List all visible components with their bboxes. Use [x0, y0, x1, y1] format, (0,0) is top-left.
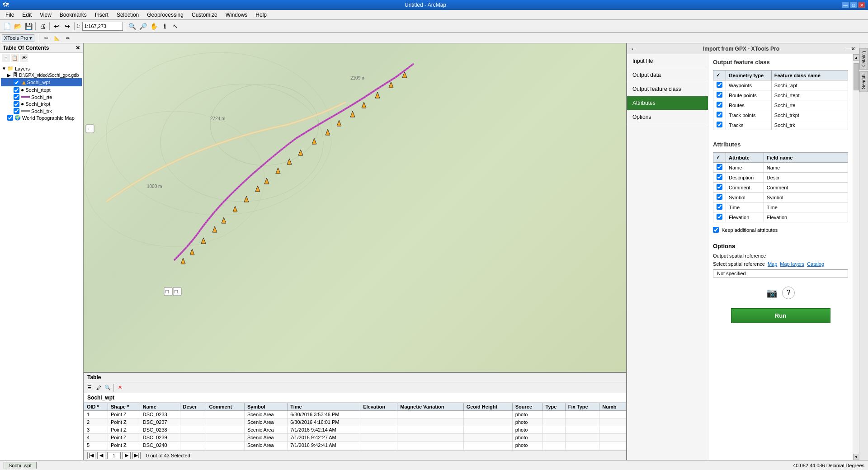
- table-zoom-btn[interactable]: 🔍: [104, 384, 112, 392]
- table-row[interactable]: 2 Point Z DSC_0237 Scenic Area 6/30/2016…: [84, 418, 626, 426]
- menu-item-geoprocessing[interactable]: Geoprocessing: [143, 11, 187, 19]
- spatial-ref-catalog-link[interactable]: Catalog: [807, 261, 824, 267]
- camera-button[interactable]: 📷: [766, 287, 778, 298]
- ofc-check-0[interactable]: [717, 82, 722, 88]
- attr-field-4[interactable]: [764, 202, 848, 212]
- last-page-btn[interactable]: ▶|: [132, 452, 141, 459]
- nav-attributes[interactable]: Attributes: [627, 96, 708, 110]
- ofc-fcname-3[interactable]: [771, 110, 848, 120]
- attr-field-input-2[interactable]: [767, 185, 845, 190]
- zoom-in-button[interactable]: 🔍: [127, 21, 137, 31]
- page-input[interactable]: [107, 452, 121, 459]
- attr-field-3[interactable]: [764, 193, 848, 202]
- toc-db-item[interactable]: ▶ 🗄 D:\GPX_video\Sochi_gpx.gdb: [1, 72, 82, 78]
- keep-additional-checkbox[interactable]: [713, 227, 719, 233]
- attr-check-3[interactable]: [717, 194, 722, 200]
- identify-button[interactable]: ℹ: [160, 21, 170, 31]
- new-button[interactable]: 📄: [2, 21, 12, 31]
- menu-item-selection[interactable]: Selection: [113, 11, 142, 19]
- toc-layer-sochi-rtept[interactable]: ● Sochi_rtept: [1, 86, 82, 94]
- attr-check-0[interactable]: [717, 164, 722, 170]
- close-button[interactable]: ✕: [858, 2, 865, 8]
- first-page-btn[interactable]: |◀: [87, 452, 95, 459]
- attr-field-input-0[interactable]: [767, 165, 845, 170]
- table-grid[interactable]: OID * Shape * Name Descr Comment Symbol …: [84, 403, 626, 450]
- minimize-button[interactable]: —: [842, 2, 849, 8]
- prev-page-btn[interactable]: ◀: [97, 452, 105, 459]
- xtools-btn2[interactable]: 📐: [52, 33, 62, 43]
- spatial-ref-maplayers-link[interactable]: Map layers: [780, 261, 804, 267]
- col-shape[interactable]: Shape *: [108, 403, 140, 411]
- toc-close-btn[interactable]: ✕: [75, 45, 80, 51]
- toc-layers-root[interactable]: ▼ 📁 Layers: [1, 65, 82, 72]
- layer-tab-label[interactable]: Sochi_wpt: [4, 462, 37, 469]
- ofc-fcname-input-4[interactable]: [774, 122, 845, 128]
- menu-item-bookmarks[interactable]: Bookmarks: [56, 11, 90, 19]
- toc-layer-world-topo[interactable]: 🌍 World Topographic Map: [1, 114, 82, 121]
- run-button[interactable]: Run: [731, 308, 830, 323]
- attr-field-input-1[interactable]: [767, 175, 845, 180]
- back-arrow-icon[interactable]: ←: [631, 45, 637, 52]
- ofc-fcname-1[interactable]: [771, 90, 848, 100]
- not-specified-box[interactable]: Not specified: [713, 269, 848, 277]
- col-comment[interactable]: Comment: [206, 403, 245, 411]
- sochi-rtept-checkbox[interactable]: [14, 87, 19, 93]
- ofc-check-3[interactable]: [717, 112, 722, 118]
- attr-check-4[interactable]: [717, 204, 722, 210]
- toc-list-view-btn[interactable]: ≡: [2, 54, 10, 62]
- col-oid[interactable]: OID *: [84, 403, 108, 411]
- col-magnetic[interactable]: Magnetic Variation: [397, 403, 463, 411]
- layers-expand-icon[interactable]: ▼: [2, 66, 7, 71]
- table-row[interactable]: 5 Point Z DSC_0240 Scenic Area 7/1/2016 …: [84, 442, 626, 449]
- attr-field-5[interactable]: [764, 212, 848, 222]
- ofc-fcname-input-2[interactable]: [774, 103, 845, 108]
- attr-field-1[interactable]: [764, 173, 848, 183]
- table-row[interactable]: 1 Point Z DSC_0233 Scenic Area 6/30/2016…: [84, 411, 626, 418]
- nav-output-data[interactable]: Output data: [627, 68, 708, 82]
- ofc-fcname-0[interactable]: [771, 80, 848, 90]
- print-button[interactable]: 🖨: [38, 21, 47, 31]
- menu-item-windows[interactable]: Windows: [222, 11, 251, 19]
- ofc-check-2[interactable]: [717, 102, 722, 108]
- scroll-thumb[interactable]: [854, 63, 859, 90]
- sochi-rte-checkbox[interactable]: [14, 94, 19, 100]
- col-time[interactable]: Time: [288, 403, 360, 411]
- ofc-fcname-4[interactable]: [771, 120, 848, 130]
- xtools-btn1[interactable]: ✂: [41, 33, 51, 43]
- ofc-fcname-input-0[interactable]: [774, 83, 845, 88]
- col-descr[interactable]: Descr: [180, 403, 206, 411]
- table-select-btn[interactable]: 🖊: [94, 384, 103, 392]
- toc-layer-sochi-wpt[interactable]: ▲ Sochi_wpt: [1, 78, 82, 86]
- attr-field-2[interactable]: [764, 183, 848, 193]
- table-row[interactable]: 3 Point Z DSC_0238 Scenic Area 7/1/2016 …: [84, 426, 626, 434]
- next-page-btn[interactable]: ▶: [123, 452, 131, 459]
- search-tab[interactable]: Search: [859, 71, 868, 92]
- col-numb[interactable]: Numb: [599, 403, 626, 411]
- spatial-ref-map-link[interactable]: Map: [768, 261, 777, 267]
- select-button[interactable]: ↖: [170, 21, 180, 31]
- undo-button[interactable]: ↩: [52, 21, 61, 31]
- menu-item-insert[interactable]: Insert: [91, 11, 112, 19]
- map-area[interactable]: 2109 m 2724 m 1000 m ← □ □: [84, 43, 626, 372]
- attr-field-0[interactable]: [764, 163, 848, 173]
- import-gpx-close-btn[interactable]: ✕: [851, 46, 855, 52]
- import-scrollbar[interactable]: ▲ ▼: [853, 54, 859, 460]
- zoom-out-button[interactable]: 🔎: [138, 21, 148, 31]
- col-type[interactable]: Type: [542, 403, 565, 411]
- col-symbol[interactable]: Symbol: [244, 403, 287, 411]
- attr-check-2[interactable]: [717, 184, 722, 190]
- help-button[interactable]: ?: [782, 287, 795, 299]
- menu-item-customize[interactable]: Customize: [188, 11, 221, 19]
- toc-layer-sochi-trk[interactable]: Sochi_trk: [1, 108, 82, 114]
- table-del-btn[interactable]: ✕: [116, 384, 124, 392]
- toc-layer-sochi-rte[interactable]: Sochi_rte: [1, 94, 82, 100]
- redo-button[interactable]: ↪: [62, 21, 72, 31]
- open-button[interactable]: 📂: [13, 21, 23, 31]
- maximize-button[interactable]: □: [850, 2, 857, 8]
- db-expand-icon[interactable]: ▶: [7, 73, 13, 78]
- scroll-down-btn[interactable]: ▼: [853, 454, 859, 460]
- import-gpx-minimize-btn[interactable]: —: [845, 46, 851, 52]
- col-elevation[interactable]: Elevation: [360, 403, 397, 411]
- sochi-wpt-checkbox[interactable]: [14, 80, 19, 85]
- ofc-fcname-2[interactable]: [771, 100, 848, 110]
